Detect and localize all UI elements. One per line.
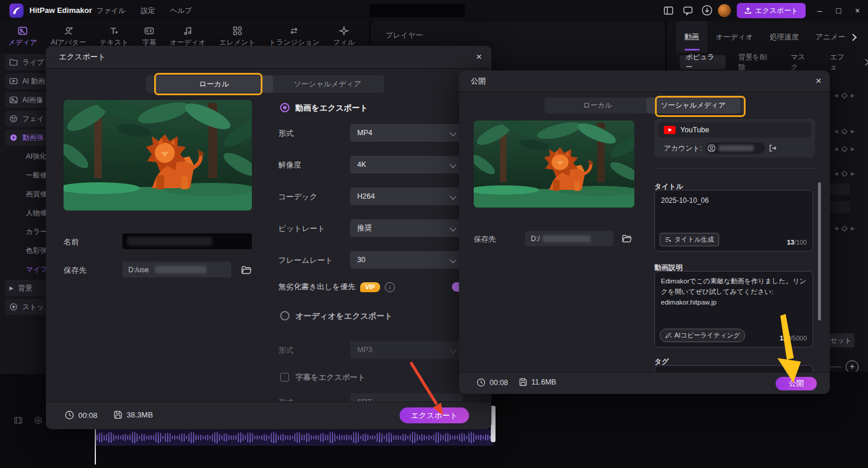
subtab-popular[interactable]: ポピュラー	[680, 55, 726, 69]
framerate-dropdown[interactable]: 30	[350, 251, 463, 269]
keyframe-next-icon[interactable]: ▶	[851, 146, 854, 152]
tab-text[interactable]: テキスト	[99, 21, 128, 48]
sidebar-item-label: 背景	[18, 283, 32, 293]
keyframe-control[interactable]: ◀◇▶	[829, 223, 860, 233]
tab-elements[interactable]: エレメント	[220, 21, 255, 48]
clip-trim-handle[interactable]	[491, 406, 495, 442]
keyframe-diamond-icon[interactable]: ◇	[842, 91, 847, 100]
menu-file[interactable]: ファイル	[97, 6, 125, 16]
clock-icon	[477, 378, 485, 387]
publish-close-icon[interactable]: ×	[816, 71, 822, 92]
tab-media[interactable]: メディア	[8, 21, 37, 48]
keyframe-prev-icon[interactable]: ◀	[834, 93, 838, 98]
reset-button[interactable]: セット	[827, 333, 854, 347]
browse-folder-icon[interactable]	[238, 262, 254, 278]
save-path-value: D:/use	[128, 266, 149, 274]
tab-audio[interactable]: オーディオ	[169, 21, 205, 48]
disk-icon	[519, 378, 527, 386]
chevron-down-icon	[450, 346, 456, 353]
subtab-mask[interactable]: マスク	[785, 55, 817, 69]
tab-subtitle[interactable]: 字幕	[142, 21, 156, 48]
export-tab-social[interactable]: ソーシャルメディア	[273, 75, 382, 93]
titlebar: HitPaw Edimakor ファイル 設定 ヘルプ エクスポート – □ ×	[0, 0, 868, 21]
publish-duration: 00:08	[490, 379, 508, 387]
keyframe-control[interactable]: ◀◇▶	[829, 169, 860, 178]
subtitle-icon	[144, 26, 154, 36]
keyframe-next-icon[interactable]: ▶	[851, 93, 854, 98]
format-dropdown[interactable]: MP4	[350, 124, 463, 142]
video-enhance-icon	[9, 133, 18, 142]
export-dialog: エクスポート × ローカル ソーシャルメディア 名前 保存先 D:/use	[46, 46, 491, 429]
generate-title-button[interactable]: タイトル生成	[660, 233, 719, 246]
codec-dropdown[interactable]: H264	[350, 188, 463, 205]
playhead[interactable]	[95, 426, 96, 464]
keyframe-diamond-icon[interactable]: ◇	[842, 144, 847, 153]
subtab-effect[interactable]: エフェ	[824, 55, 857, 69]
panel-tab-audio[interactable]: オーディオ	[707, 21, 761, 53]
keyframe-control[interactable]: ◀◇▶	[829, 91, 860, 100]
video-track-icon[interactable]	[14, 416, 22, 424]
keyframe-next-icon[interactable]: ▶	[851, 226, 854, 231]
user-avatar[interactable]	[718, 4, 731, 17]
minimize-button[interactable]: –	[811, 0, 829, 21]
close-button[interactable]: ×	[849, 0, 866, 21]
youtube-icon	[664, 126, 676, 134]
description-textarea[interactable]: Edimakorでこの素敵な動画を作りました。リンクを開いてぜひ試してみてくださ…	[654, 271, 813, 347]
generate-lines-icon	[665, 236, 671, 243]
publish-tab-local[interactable]: ローカル	[549, 98, 646, 113]
layout-icon[interactable]	[663, 5, 674, 16]
transition-icon	[289, 26, 299, 36]
keyframe-next-icon[interactable]: ▶	[851, 171, 854, 176]
publish-browse-folder-icon[interactable]	[619, 231, 634, 246]
keyframe-diamond-icon[interactable]: ◇	[842, 223, 847, 233]
keyframe-prev-icon[interactable]: ◀	[834, 129, 838, 134]
save-path-input[interactable]: D:/use	[122, 262, 231, 278]
titlebar-export-button[interactable]: エクスポート	[737, 3, 806, 18]
export-audio-radio[interactable]	[280, 311, 290, 320]
ai-copywriting-button[interactable]: AIコピーライティング	[660, 329, 745, 342]
bitrate-dropdown[interactable]: 推奨	[350, 219, 463, 237]
title-textarea[interactable]: 2025-10-10_06 タイトル生成 13/100	[654, 190, 813, 252]
disk-icon	[114, 410, 122, 419]
publish-save-label: 保存先	[474, 235, 496, 245]
tab-transition[interactable]: トランジション	[269, 21, 320, 48]
export-video-radio[interactable]	[280, 103, 290, 112]
tab-filter[interactable]: フィル	[333, 21, 355, 48]
maximize-button[interactable]: □	[830, 0, 847, 21]
subtab-remove-bg[interactable]: 背景を削除	[733, 55, 778, 69]
publish-confirm-button[interactable]: 公開	[776, 377, 817, 390]
logout-icon[interactable]	[769, 144, 777, 152]
panel-tab-animation[interactable]: アニメー	[807, 21, 854, 53]
keyframe-next-icon[interactable]: ▶	[851, 129, 854, 134]
dialog-scrollbar[interactable]	[818, 182, 821, 320]
audio-format-dropdown: MP3	[350, 341, 463, 359]
annotation-box-social	[655, 96, 746, 117]
text-icon	[109, 26, 119, 36]
name-input[interactable]	[122, 233, 252, 249]
info-icon[interactable]: i	[385, 282, 395, 292]
menu-help[interactable]: ヘルプ	[170, 6, 192, 16]
audio-clip[interactable]	[95, 429, 493, 446]
keyframe-control[interactable]: ◀◇▶	[829, 144, 860, 153]
tab-ai-avatar[interactable]: AIアバター	[51, 21, 86, 48]
subtitle-check-label: 字幕をエクスポート	[295, 372, 365, 383]
panel-tab-speed[interactable]: 処理速度	[761, 21, 807, 53]
subtitle-checkbox[interactable]	[280, 373, 289, 382]
youtube-platform-row[interactable]: YouTube	[658, 122, 812, 138]
keyframe-diamond-icon[interactable]: ◇	[842, 169, 847, 178]
keyframe-diamond-icon[interactable]: ◇	[842, 126, 847, 136]
publish-save-path-input[interactable]: D:/	[525, 231, 613, 246]
record-track-icon[interactable]	[34, 416, 42, 424]
menu-settings[interactable]: 設定	[141, 6, 155, 16]
export-close-icon[interactable]: ×	[476, 46, 482, 68]
keyframe-control[interactable]: ◀◇▶	[829, 126, 860, 136]
export-confirm-button[interactable]: エクスポート	[400, 407, 469, 423]
download-icon[interactable]	[701, 5, 712, 15]
keyframe-prev-icon[interactable]: ◀	[834, 171, 838, 176]
resolution-dropdown[interactable]: 4K	[350, 156, 463, 173]
subtabs-chevron-icon[interactable]	[863, 59, 868, 65]
feedback-icon[interactable]	[683, 5, 693, 16]
keyframe-prev-icon[interactable]: ◀	[834, 226, 838, 231]
panel-tab-video[interactable]: 動画	[676, 21, 707, 53]
keyframe-prev-icon[interactable]: ◀	[834, 146, 838, 152]
